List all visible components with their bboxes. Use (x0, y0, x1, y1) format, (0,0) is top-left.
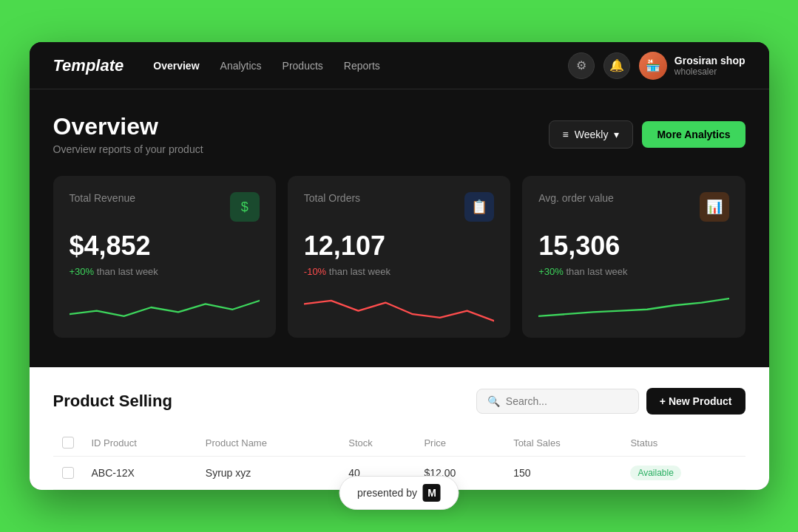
nav-reports[interactable]: Reports (344, 57, 380, 75)
orders-chart (304, 289, 494, 326)
main-white-section: Product Selling 🔍 + New Product ID Produ… (30, 367, 769, 490)
product-selling-title: Product Selling (53, 392, 172, 411)
filter-icon: ≡ (563, 129, 569, 140)
revenue-chart (70, 289, 260, 326)
m-logo: M (423, 484, 441, 502)
header: Template Overview Analytics Products Rep… (30, 42, 769, 89)
revenue-change: +30% than last week (70, 266, 260, 277)
settings-icon: ⚙ (576, 58, 586, 72)
card-label: Total Orders (304, 192, 360, 204)
orders-change: -10% than last week (304, 266, 494, 277)
orders-value: 12,107 (304, 231, 494, 262)
col-name: Product Name (197, 429, 339, 457)
revenue-icon: $ (230, 192, 260, 222)
product-name: Syrup xyz (197, 457, 339, 490)
avg-order-icon: 📊 (700, 192, 729, 222)
product-total-sales: 150 (504, 457, 621, 490)
avatar-image: 🏪 (639, 52, 667, 80)
avg-order-change: +30% than last week (538, 266, 728, 277)
col-price: Price (415, 429, 504, 457)
stat-card-orders: Total Orders 📋 12,107 -10% than last wee… (288, 176, 510, 338)
search-bar: 🔍 + New Product (476, 388, 745, 415)
more-analytics-button[interactable]: More Analytics (642, 121, 745, 148)
user-text: Grosiran shop wholesaler (674, 55, 745, 77)
search-input[interactable] (506, 395, 628, 407)
header-left: Template Overview Analytics Products Rep… (53, 56, 380, 75)
card-label: Avg. order value (538, 192, 614, 204)
change-pct: +30% (70, 266, 95, 277)
col-id: ID Product (83, 429, 197, 457)
nav-products[interactable]: Products (283, 57, 323, 75)
card-label: Total Revenue (70, 192, 136, 204)
new-product-button[interactable]: + New Product (646, 388, 745, 415)
stat-cards: Total Revenue $ $4,852 +30% than last we… (53, 176, 745, 338)
stat-card-avg-order: Avg. order value 📊 15,306 +30% than last… (522, 176, 745, 338)
change-text: than last week (329, 266, 390, 277)
bell-icon: 🔔 (609, 58, 624, 72)
card-header: Total Revenue $ (70, 192, 260, 222)
change-text: than last week (566, 266, 627, 277)
header-actions: ≡ Weekly ▾ More Analytics (549, 120, 745, 149)
page-title: Overview (53, 113, 203, 140)
search-wrapper: 🔍 (476, 389, 639, 414)
nav-overview[interactable]: Overview (153, 57, 199, 75)
avg-order-value: 15,306 (538, 231, 728, 262)
avatar: 🏪 (639, 52, 667, 80)
overview-header: Overview Overview reports of your produc… (53, 113, 745, 155)
user-name: Grosiran shop (674, 55, 745, 66)
row-checkbox[interactable] (62, 467, 74, 479)
logo: Template (53, 56, 124, 75)
stat-card-revenue: Total Revenue $ $4,852 +30% than last we… (53, 176, 276, 338)
revenue-value: $4,852 (70, 231, 260, 262)
select-all-checkbox[interactable] (62, 437, 74, 449)
search-icon: 🔍 (487, 395, 500, 407)
weekly-label: Weekly (575, 129, 609, 140)
product-selling-header: Product Selling 🔍 + New Product (53, 388, 745, 415)
col-stock: Stock (339, 429, 415, 457)
overview-text: Overview Overview reports of your produc… (53, 113, 203, 155)
weekly-filter-button[interactable]: ≡ Weekly ▾ (549, 120, 634, 149)
nav-analytics[interactable]: Analytics (220, 57, 262, 75)
change-text: than last week (97, 266, 158, 277)
presented-by-text: presented by (357, 487, 417, 499)
notification-button[interactable]: 🔔 (603, 52, 630, 79)
status-badge: Available (630, 466, 680, 480)
page-subtitle: Overview reports of your product (53, 143, 203, 155)
presented-by-overlay: presented by M (339, 476, 459, 510)
orders-icon: 📋 (464, 192, 494, 222)
header-right: ⚙ 🔔 🏪 Grosiran shop wholesaler (568, 52, 745, 80)
card-header: Total Orders 📋 (304, 192, 494, 222)
product-status: Available (621, 457, 745, 490)
change-pct: -10% (304, 266, 326, 277)
app-container: Template Overview Analytics Products Rep… (30, 42, 769, 490)
avg-order-chart (538, 289, 728, 326)
user-role: wholesaler (674, 66, 745, 77)
nav: Overview Analytics Products Reports (153, 57, 380, 75)
product-id: ABC-12X (83, 457, 197, 490)
user-profile[interactable]: 🏪 Grosiran shop wholesaler (639, 52, 745, 80)
settings-button[interactable]: ⚙ (568, 52, 595, 79)
card-header: Avg. order value 📊 (538, 192, 728, 222)
col-total-sales: Total Sales (504, 429, 621, 457)
change-pct: +30% (538, 266, 564, 277)
col-status: Status (621, 429, 745, 457)
chevron-down-icon: ▾ (614, 129, 619, 140)
main-dark-section: Overview Overview reports of your produc… (30, 89, 769, 367)
